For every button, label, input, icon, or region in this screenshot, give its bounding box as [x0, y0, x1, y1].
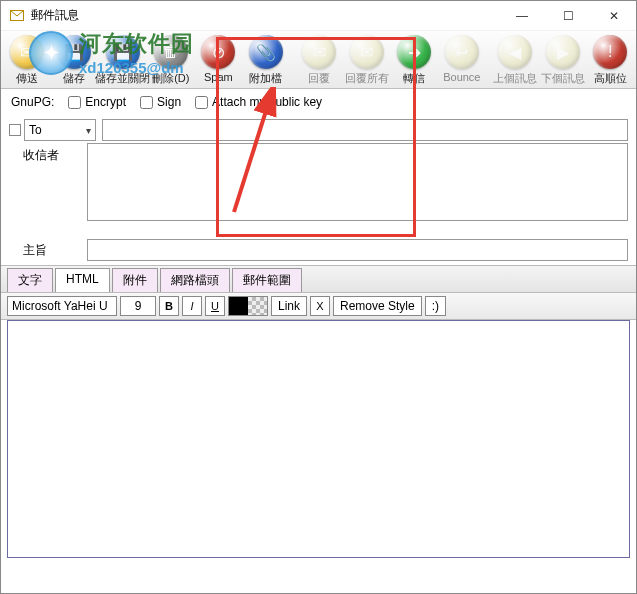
to-input[interactable] [102, 119, 628, 141]
prev-label: 上個訊息 [493, 71, 537, 86]
gnupg-label: GnuPG: [11, 95, 54, 109]
window-title: 郵件訊息 [31, 7, 508, 24]
attach-button[interactable]: 📎附加檔 [243, 33, 289, 88]
next-icon: ▶ [546, 35, 580, 69]
send-button[interactable]: ✉傳送 [4, 33, 50, 88]
smiley-button[interactable]: :) [425, 296, 446, 316]
recipients-box[interactable] [87, 143, 628, 221]
to-selector[interactable]: To ▾ [24, 119, 96, 141]
tab-headers[interactable]: 網路檔頭 [160, 268, 230, 292]
next-label: 下個訊息 [541, 71, 585, 86]
delete-label: 刪除(D) [152, 71, 189, 86]
reply-button: ✉回覆 [296, 33, 342, 88]
chevron-down-icon: ▾ [86, 125, 91, 136]
priority-icon: ! [593, 35, 627, 69]
size-selector[interactable]: 9 [120, 296, 156, 316]
saveclose-button[interactable]: 💾儲存並關閉 [99, 33, 146, 88]
subject-input[interactable] [87, 239, 628, 261]
priority-label: 高順位 [594, 71, 627, 86]
html-editor[interactable] [7, 320, 630, 558]
bounce-button: ↩Bounce [439, 33, 485, 88]
encrypt-checkbox[interactable]: Encrypt [68, 95, 126, 109]
priority-button[interactable]: !高順位 [587, 33, 633, 88]
minimize-button[interactable]: — [508, 9, 536, 23]
attach-key-checkbox[interactable]: Attach my public key [195, 95, 322, 109]
forward-label: 轉信 [403, 71, 425, 86]
replyall-button: ✉回覆所有 [344, 33, 390, 88]
spam-label: Spam [204, 71, 233, 83]
save-icon: 💾 [57, 35, 91, 69]
delete-button[interactable]: 🗑刪除(D) [148, 33, 194, 88]
send-label: 傳送 [16, 71, 38, 86]
tab-attach[interactable]: 附件 [112, 268, 158, 292]
attach-icon: 📎 [249, 35, 283, 69]
reply-label: 回覆 [308, 71, 330, 86]
mail-icon [9, 8, 25, 24]
clear-link-button[interactable]: X [310, 296, 330, 316]
tab-text[interactable]: 文字 [7, 268, 53, 292]
saveclose-icon: 💾 [106, 35, 140, 69]
save-button[interactable]: 💾儲存 [52, 33, 98, 88]
replyall-label: 回覆所有 [345, 71, 389, 86]
link-button[interactable]: Link [271, 296, 307, 316]
replyall-icon: ✉ [350, 35, 384, 69]
forward-icon: ➜ [397, 35, 431, 69]
saveclose-label: 儲存並關閉 [95, 71, 150, 86]
prev-button: ◀上個訊息 [492, 33, 538, 88]
maximize-button[interactable]: ☐ [554, 9, 582, 23]
main-toolbar: ✉傳送💾儲存💾儲存並關閉🗑刪除(D)⊘Spam📎附加檔✉回覆✉回覆所有➜轉信↩B… [1, 31, 636, 89]
bounce-icon: ↩ [445, 35, 479, 69]
color-picker[interactable] [228, 296, 268, 316]
sign-checkbox[interactable]: Sign [140, 95, 181, 109]
recipients-label: 收信者 [9, 143, 87, 164]
forward-button[interactable]: ➜轉信 [392, 33, 438, 88]
close-button[interactable]: ✕ [600, 9, 628, 23]
send-icon: ✉ [10, 35, 44, 69]
font-selector[interactable]: Microsoft YaHei U [7, 296, 117, 316]
subject-label: 主旨 [9, 242, 87, 259]
address-area: To ▾ 收信者 主旨 [1, 115, 636, 265]
tab-template[interactable]: 郵件範圍 [232, 268, 302, 292]
italic-button[interactable]: I [182, 296, 202, 316]
bold-button[interactable]: B [159, 296, 179, 316]
title-bar: 郵件訊息 — ☐ ✕ [1, 1, 636, 31]
reply-icon: ✉ [302, 35, 336, 69]
attach-label: 附加檔 [249, 71, 282, 86]
delete-icon: 🗑 [154, 35, 188, 69]
bounce-label: Bounce [443, 71, 480, 83]
underline-button[interactable]: U [205, 296, 225, 316]
addr-marker[interactable] [9, 124, 21, 136]
prev-icon: ◀ [498, 35, 532, 69]
compose-tabs: 文字 HTML 附件 網路檔頭 郵件範圍 [1, 265, 636, 293]
format-toolbar: Microsoft YaHei U 9 B I U Link X Remove … [1, 293, 636, 320]
spam-button[interactable]: ⊘Spam [196, 33, 242, 88]
save-label: 儲存 [63, 71, 85, 86]
remove-style-button[interactable]: Remove Style [333, 296, 422, 316]
next-button: ▶下個訊息 [540, 33, 586, 88]
gnupg-row: GnuPG: Encrypt Sign Attach my public key [1, 89, 636, 115]
spam-icon: ⊘ [201, 35, 235, 69]
tab-html[interactable]: HTML [55, 268, 110, 292]
